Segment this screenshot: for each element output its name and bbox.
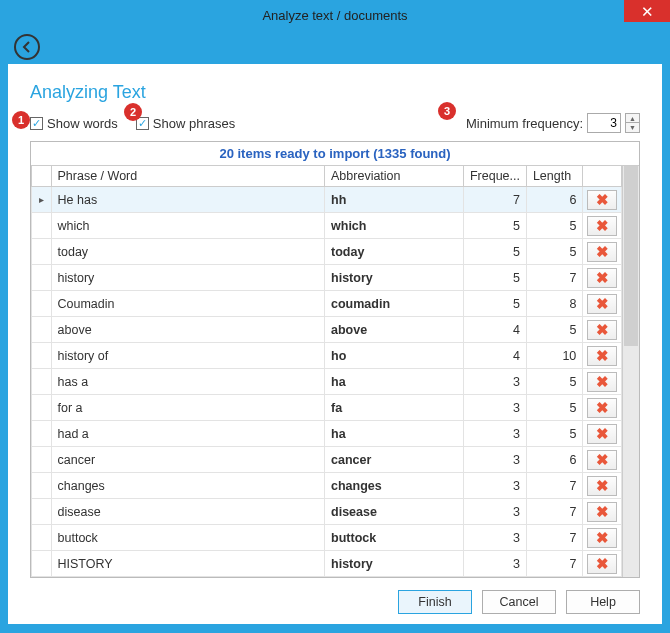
spinner-up-button[interactable]: ▲ xyxy=(626,114,639,123)
show-phrases-checkbox[interactable]: ✓ Show phrases xyxy=(136,116,235,131)
delete-button[interactable]: ✖ xyxy=(587,216,617,236)
table-row[interactable]: Coumadincoumadin58✖ xyxy=(32,291,622,317)
delete-button[interactable]: ✖ xyxy=(587,346,617,366)
col-header-abbr[interactable]: Abbreviation xyxy=(325,166,464,187)
min-frequency-input[interactable] xyxy=(587,113,621,133)
show-words-checkbox[interactable]: ✓ Show words xyxy=(30,116,118,131)
cell-abbr: ha xyxy=(325,369,464,395)
vertical-scrollbar[interactable] xyxy=(622,166,639,577)
cell-freq: 3 xyxy=(463,369,526,395)
delete-button[interactable]: ✖ xyxy=(587,294,617,314)
close-icon: ✕ xyxy=(641,4,654,19)
row-selector xyxy=(32,291,52,317)
help-button[interactable]: Help xyxy=(566,590,640,614)
back-button[interactable] xyxy=(14,34,40,60)
x-icon: ✖ xyxy=(596,296,609,311)
x-icon: ✖ xyxy=(596,192,609,207)
col-header-freq[interactable]: Freque... xyxy=(463,166,526,187)
delete-button[interactable]: ✖ xyxy=(587,372,617,392)
cell-abbr: disease xyxy=(325,499,464,525)
table-row[interactable]: had aha35✖ xyxy=(32,421,622,447)
cell-len: 5 xyxy=(526,395,582,421)
table-row[interactable]: ▸He hashh76✖ xyxy=(32,187,622,213)
cell-freq: 3 xyxy=(463,525,526,551)
delete-button[interactable]: ✖ xyxy=(587,502,617,522)
col-header-phrase[interactable]: Phrase / Word xyxy=(51,166,325,187)
cell-phrase: above xyxy=(51,317,325,343)
checkbox-icon: ✓ xyxy=(30,117,43,130)
cell-len: 7 xyxy=(526,265,582,291)
table-row[interactable]: HISTORYhistory37✖ xyxy=(32,551,622,577)
table-row[interactable]: history ofho410✖ xyxy=(32,343,622,369)
cell-abbr: ha xyxy=(325,421,464,447)
cell-delete: ✖ xyxy=(583,473,622,499)
cell-abbr: cancer xyxy=(325,447,464,473)
close-button[interactable]: ✕ xyxy=(624,0,670,22)
delete-button[interactable]: ✖ xyxy=(587,476,617,496)
col-header-len[interactable]: Length xyxy=(526,166,582,187)
finish-button[interactable]: Finish xyxy=(398,590,472,614)
delete-button[interactable]: ✖ xyxy=(587,450,617,470)
table-row[interactable]: diseasedisease37✖ xyxy=(32,499,622,525)
summary-text: 20 items ready to import (1335 found) xyxy=(31,142,639,166)
cell-phrase: for a xyxy=(51,395,325,421)
scrollbar-thumb[interactable] xyxy=(624,166,638,346)
min-frequency-spinner: ▲ ▼ xyxy=(625,113,640,133)
cell-len: 7 xyxy=(526,551,582,577)
delete-button[interactable]: ✖ xyxy=(587,190,617,210)
cell-abbr: fa xyxy=(325,395,464,421)
spinner-down-button[interactable]: ▼ xyxy=(626,123,639,132)
cell-freq: 7 xyxy=(463,187,526,213)
table-row[interactable]: aboveabove45✖ xyxy=(32,317,622,343)
cell-phrase: cancer xyxy=(51,447,325,473)
table-row[interactable]: whichwhich55✖ xyxy=(32,213,622,239)
row-selector xyxy=(32,525,52,551)
arrow-left-icon xyxy=(20,40,34,54)
cell-delete: ✖ xyxy=(583,499,622,525)
cell-delete: ✖ xyxy=(583,213,622,239)
row-selector xyxy=(32,421,52,447)
cell-len: 7 xyxy=(526,525,582,551)
x-icon: ✖ xyxy=(596,504,609,519)
cell-phrase: Coumadin xyxy=(51,291,325,317)
delete-button[interactable]: ✖ xyxy=(587,320,617,340)
cell-phrase: had a xyxy=(51,421,325,447)
table-row[interactable]: for afa35✖ xyxy=(32,395,622,421)
x-icon: ✖ xyxy=(596,400,609,415)
x-icon: ✖ xyxy=(596,270,609,285)
cell-len: 5 xyxy=(526,369,582,395)
delete-button[interactable]: ✖ xyxy=(587,554,617,574)
delete-button[interactable]: ✖ xyxy=(587,268,617,288)
table-row[interactable]: historyhistory57✖ xyxy=(32,265,622,291)
cell-freq: 5 xyxy=(463,213,526,239)
cell-len: 5 xyxy=(526,421,582,447)
table-row[interactable]: buttockbuttock37✖ xyxy=(32,525,622,551)
cell-len: 6 xyxy=(526,187,582,213)
x-icon: ✖ xyxy=(596,244,609,259)
delete-button[interactable]: ✖ xyxy=(587,528,617,548)
x-icon: ✖ xyxy=(596,218,609,233)
cell-abbr: history xyxy=(325,265,464,291)
table-row[interactable]: has aha35✖ xyxy=(32,369,622,395)
table-row[interactable]: todaytoday55✖ xyxy=(32,239,622,265)
col-header-selector[interactable] xyxy=(32,166,52,187)
cancel-button[interactable]: Cancel xyxy=(482,590,556,614)
window-title: Analyze text / documents xyxy=(0,8,670,23)
table-row[interactable]: changeschanges37✖ xyxy=(32,473,622,499)
delete-button[interactable]: ✖ xyxy=(587,398,617,418)
table-header-row: Phrase / Word Abbreviation Freque... Len… xyxy=(32,166,622,187)
cell-phrase: disease xyxy=(51,499,325,525)
cell-phrase: changes xyxy=(51,473,325,499)
cell-phrase: history of xyxy=(51,343,325,369)
cell-phrase: has a xyxy=(51,369,325,395)
delete-button[interactable]: ✖ xyxy=(587,424,617,444)
cell-abbr: ho xyxy=(325,343,464,369)
delete-button[interactable]: ✖ xyxy=(587,242,617,262)
cell-len: 6 xyxy=(526,447,582,473)
footer-buttons: Finish Cancel Help xyxy=(30,578,640,614)
table-row[interactable]: cancercancer36✖ xyxy=(32,447,622,473)
cell-delete: ✖ xyxy=(583,525,622,551)
row-selector xyxy=(32,213,52,239)
toolbar xyxy=(0,30,670,64)
page-title: Analyzing Text xyxy=(30,82,640,103)
